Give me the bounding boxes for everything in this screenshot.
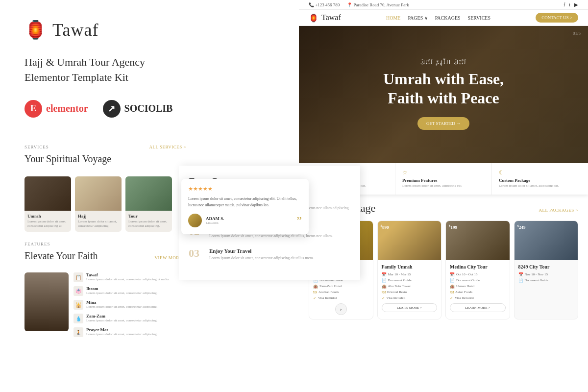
packages-view-all[interactable]: ALL PACKAGES > [539,208,578,213]
facebook-icon[interactable]: f [564,2,565,7]
author-name: ADAM S. [206,216,224,221]
medina-doc: 📄Document Guide [450,278,506,283]
nav-packages[interactable]: PACKAGES [435,15,461,21]
get-started-button[interactable]: GET STARTED → [417,117,469,130]
family-name: Family Umrah [382,264,438,270]
author-avatar [188,214,202,227]
navbar-logo-text: Tawaf [321,13,341,22]
service-card-body-3: Tour Lorem ipsum dolor sit amet, consect… [125,211,172,232]
navbar-menu: HOME PAGES ∨ PACKAGES SERVICES [386,15,490,21]
ihram-desc: Lorem ipsum dolor sit amet, consectetur … [86,291,157,295]
tawaf-desc: Lorem ipsum dolor sit amet, consectetur … [86,277,170,282]
city-detail1: 📅Nov 10 - Nov 15 [518,272,574,277]
service-cards: Umrah Lorem ipsum dolor sit amet, consec… [24,176,186,232]
medina-price: $199 [449,224,457,230]
logo-area: 🏮 Tawaf [24,20,274,40]
ihram-name: Ihram [86,286,157,291]
family-visa: ✓Visa Included [382,296,438,300]
features-content: 📋 Tawaf Lorem ipsum dolor sit amet, cons… [24,272,186,341]
zamzam-desc: Lorem ipsum dolor sit amet, consectetur … [86,318,157,323]
navbar-logo-icon: 🏮 [309,13,318,23]
service-card-umrah[interactable]: Umrah Lorem ipsum dolor sit amet, consec… [24,176,71,232]
services-view-all[interactable]: ALL SERVICES > [149,145,186,149]
package-img-medina: $199 [446,221,510,260]
topbar-right: f t ▶ [564,2,578,7]
package-img-city: $249 [514,221,578,260]
elementor-icon: E [24,100,42,118]
tawaf-name: Tawaf [86,272,170,277]
city-detail2: 📄Document Guide [518,278,574,283]
hero-title: Umrah with Ease, Faith with Peace [314,70,573,107]
ramadan-food: 🍽Arabian Foods [313,290,369,294]
features-label: FEATURES [24,242,186,246]
medina-learn-btn[interactable]: LEARN MORE > [450,303,506,312]
medina-food: 🍽Asian Foods [450,290,506,294]
contact-us-button[interactable]: CONTACT US > [536,13,578,23]
city-name: 8249 City Tour [518,264,574,270]
nav-services[interactable]: SERVICES [468,15,490,21]
sociolib-icon: ↗ [103,100,121,118]
author-role: LinkedIn [206,221,224,225]
services-title: Your Spiritual Voyage [24,153,111,165]
family-learn-btn[interactable]: LEARN MORE > [382,303,438,312]
elementor-badge: E elementor [24,100,88,118]
twitter-icon[interactable]: t [569,2,570,7]
services-header: SERVICES Your Spiritual Voyage ALL SERVI… [24,145,186,171]
features-list: 📋 Tawaf Lorem ipsum dolor sit amet, cons… [74,272,186,341]
prayermat-desc: Lorem ipsum dolor sit amet, consectetur … [86,332,157,337]
site-topbar: 📞 +123 456 789 📍 Paradise Road 70, Avenu… [299,0,588,10]
service-card-name-3: Tour [128,214,169,219]
medina-date: 📅Oct 10 - Oct 15 [450,272,506,277]
family-food: 🍽Oriental Resto [382,290,438,294]
feature-mina: 🕌 Mina Lorem ipsum dolor sit amet, conse… [74,300,186,310]
premium-desc: Lorem ipsum dolor sit amet, adipiscing e… [402,184,485,189]
service-card-body: Umrah Lorem ipsum dolor sit amet, consec… [24,211,71,232]
medina-hotel: 🏨Usman Hotel [450,284,506,289]
family-doc: 📄Document Guide [382,278,438,283]
quote-mark: ” [296,215,302,226]
step-title-3: Enjoy Your Travel [209,248,314,254]
service-card-desc-2: Lorem ipsum dolor sit amet, consectetur … [78,220,119,229]
service-card-hajj[interactable]: Hajj Lorem ipsum dolor sit amet, consect… [75,176,122,232]
zamzam-icon: 💧 [74,314,83,323]
logo-text: Tawaf [52,20,98,40]
package-body-city: 8249 City Tour 📅Nov 10 - Nov 15 📄Documen… [514,260,578,288]
step-desc-2: Lorem ipsum dolor sit amet, consectetur … [209,233,333,239]
service-card-desc: Lorem ipsum dolor sit amet, consectetur … [27,220,68,229]
service-card-tour[interactable]: Tour Lorem ipsum dolor sit amet, consect… [125,176,172,232]
nav-pages[interactable]: PAGES ∨ [408,15,427,21]
badges: E elementor ↗ SOCIOLIB [24,100,274,118]
services-label: SERVICES [24,145,111,149]
feature-zamzam: 💧 Zam-Zam Lorem ipsum dolor sit amet, co… [74,314,186,323]
feature-prayermat: 🧎 Prayer Mat Lorem ipsum dolor sit amet,… [74,327,186,337]
tagline: Hajj & Umrah Tour Agency Elementor Templ… [24,55,274,85]
service-card-img-prayer [75,176,122,211]
zamzam-name: Zam-Zam [86,314,157,318]
hero-slide-num: 01/5 [573,31,581,36]
hero-arabic-text: لَبَّيْكَ اللَّهُمَّ لَبَّيْكَ [314,59,573,66]
package-medina: $199 Medina City Tour 📅Oct 10 - Oct 15 📄… [445,220,510,319]
medina-name: Medina City Tour [450,264,506,270]
custom-desc: Lorem ipsum dolor sit amet, adipiscing e… [499,184,581,189]
feature-tawaf: 📋 Tawaf Lorem ipsum dolor sit amet, cons… [74,272,186,282]
topbar-left: 📞 +123 456 789 📍 Paradise Road 70, Avenu… [309,2,409,7]
step-3: 03 Enjoy Your Travel Lorem ipsum dolor s… [189,248,350,261]
ihram-icon: 👘 [74,286,83,296]
ramadan-arrow[interactable]: › [335,303,347,315]
prayermat-name: Prayer Mat [86,327,157,332]
navbar-logo[interactable]: 🏮 Tawaf [309,13,341,23]
features-header: Elevate Your Faith VIEW MORE > [24,250,186,268]
premium-title: Premium Features [402,178,485,183]
nav-home[interactable]: HOME [386,15,400,21]
tawaf-icon: 📋 [74,272,83,282]
site-navbar: 🏮 Tawaf HOME PAGES ∨ PACKAGES SERVICES C… [299,10,588,26]
youtube-icon[interactable]: ▶ [574,2,578,7]
prayermat-icon: 🧎 [74,327,83,337]
features-title: Elevate Your Faith [24,250,98,262]
ramadan-hotel: 🏨Zam-Zam Hotel [313,284,369,289]
package-city: $249 8249 City Tour 📅Nov 10 - Nov 15 📄Do… [514,220,579,319]
star-rating: ★★★★★ [188,186,302,192]
service-card-name: Umrah [27,214,68,219]
mina-desc: Lorem ipsum dolor sit amet, consectetur … [86,305,157,309]
family-hotel: 🏨Abu Bakr Tower [382,284,438,289]
